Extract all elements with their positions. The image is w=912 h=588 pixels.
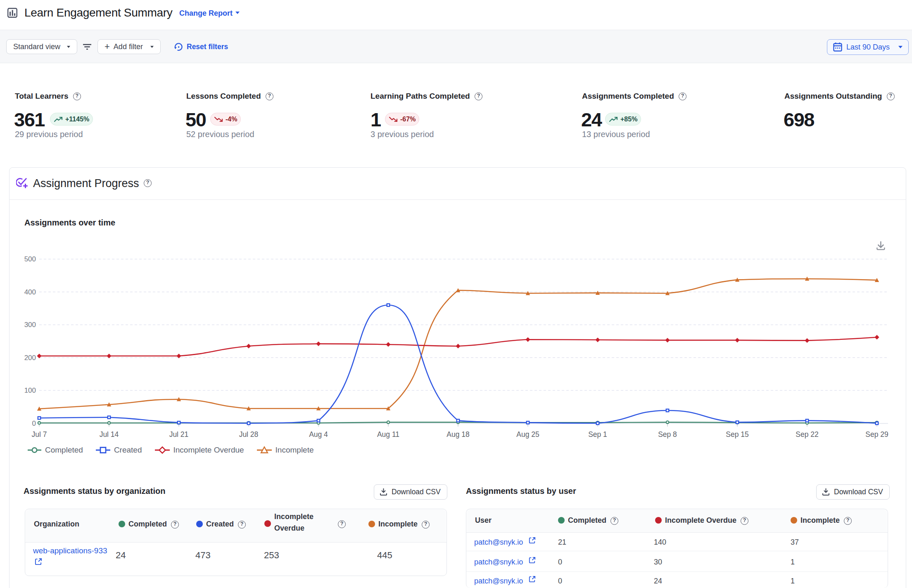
- svg-text:Jul 21: Jul 21: [169, 430, 189, 439]
- svg-text:Aug 25: Aug 25: [516, 430, 539, 439]
- svg-text:Jul 28: Jul 28: [239, 430, 259, 439]
- svg-text:Sep 1: Sep 1: [588, 430, 607, 439]
- svg-text:200: 200: [24, 354, 36, 362]
- svg-text:Sep 29: Sep 29: [865, 430, 888, 439]
- svg-text:300: 300: [24, 321, 36, 329]
- svg-text:Sep 15: Sep 15: [726, 430, 748, 439]
- svg-text:Sep 8: Sep 8: [658, 430, 677, 439]
- svg-text:0: 0: [32, 420, 36, 427]
- svg-text:Sep 22: Sep 22: [796, 430, 818, 439]
- svg-text:Jul 14: Jul 14: [100, 430, 119, 439]
- svg-text:Jul 7: Jul 7: [32, 430, 47, 439]
- svg-text:500: 500: [24, 255, 36, 263]
- svg-text:Aug 18: Aug 18: [446, 430, 469, 439]
- svg-text:Aug 4: Aug 4: [309, 430, 328, 439]
- svg-text:400: 400: [24, 288, 36, 296]
- svg-text:Aug 11: Aug 11: [377, 430, 399, 439]
- svg-text:100: 100: [24, 386, 36, 394]
